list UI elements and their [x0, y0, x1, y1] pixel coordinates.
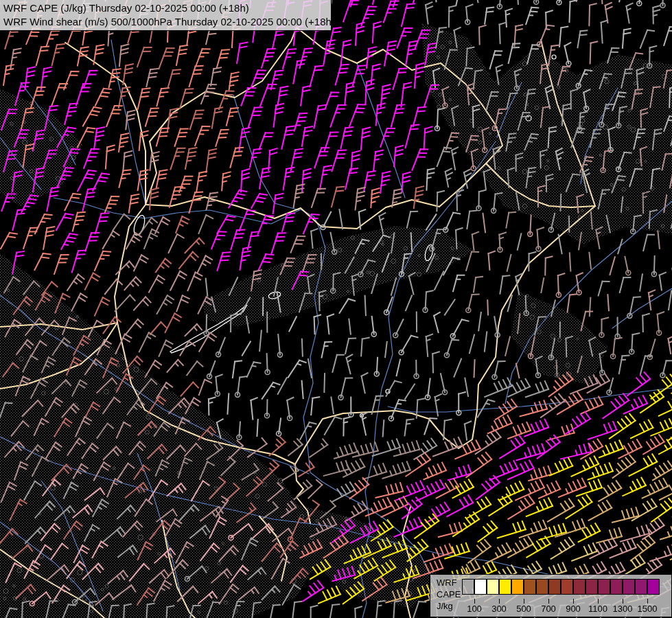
colorbar-tick-label: 300 — [491, 604, 507, 614]
colorbar-tick-label: 100 — [467, 604, 482, 614]
title-line-shear: WRF Wind shear (m/s) 500/1000hPa Thursda… — [3, 15, 327, 29]
colorbar-cell — [647, 579, 660, 595]
colorbar-cell — [561, 579, 573, 595]
legend-label-units: J/kg — [437, 600, 461, 612]
colorbar-tick-label: 700 — [541, 604, 556, 614]
wind-barb — [569, 216, 570, 232]
colorbar-tick — [499, 599, 500, 604]
wind-barb — [365, 296, 366, 316]
colorbar-tick — [548, 599, 549, 604]
title-line-cape: WRF CAPE (J/kg) Thursday 02-10-2025 00:0… — [3, 1, 327, 15]
colorbar-cell — [635, 579, 647, 595]
colorbar-tick — [524, 599, 524, 604]
colorbar-cell — [598, 579, 610, 595]
colorbar-cell — [511, 579, 524, 595]
weather-map — [0, 0, 672, 618]
wind-barb — [474, 360, 475, 377]
wind-barb — [302, 339, 303, 356]
colorbar-cell — [474, 579, 487, 595]
wind-barb — [561, 194, 561, 211]
colorbar-tick — [623, 599, 623, 604]
colorbar-cell — [462, 579, 474, 595]
colorbar-cell — [623, 579, 635, 595]
colorbar-tick — [474, 599, 475, 604]
colorbar-cell — [548, 579, 561, 595]
wind-barb — [487, 300, 488, 314]
colorbar-tick — [573, 599, 574, 604]
colorbar-cell — [536, 579, 548, 595]
wind-barb — [557, 360, 557, 376]
wind-barb — [257, 420, 257, 436]
colorbar-tick-label: 900 — [566, 604, 581, 614]
colorbar-tick — [647, 599, 648, 604]
colorbar-cell — [586, 579, 598, 595]
colorbar-tick — [598, 599, 599, 604]
colorbar-cell — [573, 579, 586, 595]
colorbar-tick-label: 1300 — [613, 604, 633, 614]
colorbar-cell — [499, 579, 511, 595]
cape-colorbar: 100300500700900110013001500 — [462, 579, 660, 595]
weather-map-stage: WRF CAPE (J/kg) Thursday 02-10-2025 00:0… — [0, 0, 672, 618]
cape-legend: WRF CAPE J/kg 10030050070090011001300150… — [430, 574, 672, 617]
wind-barb — [324, 374, 325, 392]
colorbar-cell — [524, 579, 536, 595]
colorbar-tick-label: 500 — [516, 604, 531, 614]
colorbar-cell — [487, 579, 499, 595]
colorbar-cell — [610, 579, 623, 595]
legend-label-wrf: WRF — [437, 577, 461, 588]
cape-legend-labels: WRF CAPE J/kg — [437, 577, 461, 612]
colorbar-tick-label: 1500 — [638, 604, 658, 614]
colorbar-tick-label: 1100 — [588, 604, 607, 614]
map-title-box: WRF CAPE (J/kg) Thursday 02-10-2025 00:0… — [0, 0, 332, 31]
legend-label-cape: CAPE — [437, 588, 461, 600]
